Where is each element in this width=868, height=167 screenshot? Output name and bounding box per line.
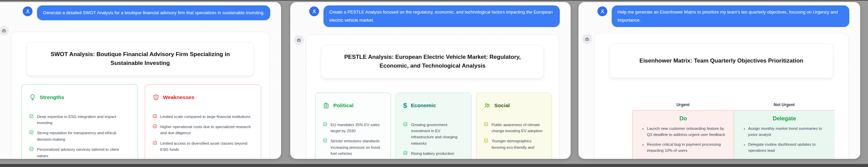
checkbox-icon xyxy=(153,124,157,128)
section-title: Political xyxy=(333,102,353,109)
list-item: Growing government investment in EV infr… xyxy=(403,122,463,147)
urgent-column-label: Urgent xyxy=(632,102,734,107)
lightbulb-icon xyxy=(29,94,36,101)
not-urgent-column-label: Not Urgent xyxy=(734,102,835,107)
assistant-avatar xyxy=(294,35,304,45)
document-title-card: PESTLE Analysis: European Electric Vehic… xyxy=(321,45,544,78)
robot-icon xyxy=(296,38,301,43)
delegate-quadrant: Delegate Assign monthly market trend sum… xyxy=(734,110,835,159)
robot-icon xyxy=(1,28,6,33)
shield-alert-icon xyxy=(153,94,159,101)
robot-icon xyxy=(585,37,590,42)
person-icon xyxy=(312,9,317,14)
list-item-text: Younger demographics favoring eco-friend… xyxy=(492,138,544,150)
quadrant-item: Launch new customer onboarding feature b… xyxy=(647,126,727,138)
user-prompt-text: Help me generate an Eisenhower Matrix to… xyxy=(617,8,844,24)
swot-document: SWOT Analysis: Boutique Financial Adviso… xyxy=(11,32,270,159)
political-card: Political EU mandates 35% EV sales targe… xyxy=(315,93,391,159)
list-item: Public awareness of climate change boost… xyxy=(484,122,544,134)
building-icon xyxy=(323,102,330,109)
user-message-row: Generate a detailed SWOT Analysis for a … xyxy=(0,2,281,20)
list-item-text: Strong reputation for transparency and e… xyxy=(37,130,130,142)
strengths-card: Strengths Deep expertise in ESG integrat… xyxy=(21,85,138,159)
quadrant-title: Delegate xyxy=(741,115,828,122)
user-message-row: Help me generate an Eisenhower Matrix to… xyxy=(578,2,860,27)
list-item-text: Deep expertise in ESG integration and im… xyxy=(37,114,130,126)
list-item-text: Limited access to diversified asset clas… xyxy=(160,140,254,153)
user-prompt-bubble: Create a PESTLE Analysis focused on the … xyxy=(323,5,560,27)
checkbox-icon xyxy=(403,151,408,155)
assistant-avatar xyxy=(0,26,9,35)
eisenhower-matrix: Urgent Not Urgent Do Launch new customer… xyxy=(607,102,835,159)
list-item: Stricter emissions standards increasing … xyxy=(323,138,383,157)
social-card: Social Public awareness of climate chang… xyxy=(476,93,552,159)
user-avatar xyxy=(597,6,607,16)
people-icon xyxy=(484,102,491,109)
list-item: Limited access to diversified asset clas… xyxy=(153,140,254,153)
person-icon xyxy=(25,9,31,14)
user-message-row: Create a PESTLE Analysis focused on the … xyxy=(290,2,571,27)
list-item-text: Stricter emissions standards increasing … xyxy=(331,138,383,157)
list-item: Deep expertise in ESG integration and im… xyxy=(29,114,130,126)
user-prompt-text: Create a PESTLE Analysis focused on the … xyxy=(329,8,554,24)
checkbox-icon xyxy=(484,122,488,126)
list-item: Younger demographics favoring eco-friend… xyxy=(484,138,544,150)
user-avatar xyxy=(23,6,33,16)
list-item: Strong reputation for transparency and e… xyxy=(29,130,130,142)
quadrant-item: Outsource customer feedback categorizati… xyxy=(748,158,828,159)
section-title: Social xyxy=(494,102,510,109)
document-title-card: SWOT Analysis: Boutique Financial Adviso… xyxy=(27,42,254,76)
dollar-icon: $ xyxy=(403,102,407,109)
list-item-text: Rising battery production xyxy=(411,150,454,157)
checkbox-icon xyxy=(29,130,34,135)
list-item-text: Personalized advisory services tailored … xyxy=(37,146,130,159)
list-item-text: Higher operational costs due to speciali… xyxy=(160,124,254,136)
list-item: Limited scale compared to large financia… xyxy=(153,114,254,120)
document-title: SWOT Analysis: Boutique Financial Adviso… xyxy=(39,50,242,68)
eisenhower-chat-panel: Help me generate an Eisenhower Matrix to… xyxy=(578,2,860,159)
do-quadrant: Do Launch new customer onboarding featur… xyxy=(632,110,734,159)
eisenhower-document: Eisenhower Matrix: Team Quarterly Object… xyxy=(594,33,849,159)
economic-card: $ Economic Growing government investment… xyxy=(395,93,471,159)
user-prompt-text: Generate a detailed SWOT Analysis for a … xyxy=(43,9,264,17)
checkbox-icon xyxy=(323,138,327,143)
list-item: Personalized advisory services tailored … xyxy=(29,146,130,159)
list-item-text: Growing government investment in EV infr… xyxy=(411,122,463,147)
checkbox-icon xyxy=(29,114,34,118)
screenshot-top-edge xyxy=(0,0,868,1)
list-item: Higher operational costs due to speciali… xyxy=(153,124,254,136)
list-item-text: Limited scale compared to large financia… xyxy=(160,114,251,120)
user-prompt-bubble: Help me generate an Eisenhower Matrix to… xyxy=(612,5,849,27)
weaknesses-card: Weaknesses Limited scale compared to lar… xyxy=(145,85,261,159)
checkbox-icon xyxy=(484,138,488,143)
screenshot-bottom-edge xyxy=(0,164,868,167)
list-item-text: Public awareness of climate change boost… xyxy=(492,122,544,134)
quadrant-item: Assign monthly market trend summaries to… xyxy=(748,126,828,138)
quadrant-item: Host emergency product review meeting wi… xyxy=(647,158,727,159)
pestle-chat-panel: Create a PESTLE Analysis focused on the … xyxy=(290,2,571,159)
quadrant-item: Delegate routine dashboard updates to op… xyxy=(748,142,828,154)
quadrant-item: Resolve critical bug in payment processi… xyxy=(647,142,727,154)
person-icon xyxy=(600,9,605,14)
section-title: Strengths xyxy=(40,94,64,100)
section-title: Weaknesses xyxy=(163,94,195,100)
swot-chat-panel: Generate a detailed SWOT Analysis for a … xyxy=(0,2,281,159)
section-title: Economic xyxy=(411,102,436,109)
document-title: Eisenhower Matrix: Team Quarterly Object… xyxy=(622,56,821,65)
checkbox-icon xyxy=(403,122,408,126)
list-item-text: EU mandates 35% EV sales target by 2030 xyxy=(331,122,383,134)
list-item: Rising battery production xyxy=(403,150,463,157)
checkbox-icon xyxy=(153,141,157,145)
checkbox-icon xyxy=(29,147,34,151)
checkbox-icon xyxy=(323,122,327,126)
document-title-card: Eisenhower Matrix: Team Quarterly Object… xyxy=(610,44,833,78)
list-item: EU mandates 35% EV sales target by 2030 xyxy=(323,122,383,134)
assistant-avatar xyxy=(582,34,592,44)
document-title: PESTLE Analysis: European Electric Vehic… xyxy=(333,53,532,71)
user-avatar xyxy=(309,6,319,16)
quadrant-title: Do xyxy=(639,115,727,122)
checkbox-icon xyxy=(153,114,157,118)
pestle-document: PESTLE Analysis: European Electric Vehic… xyxy=(306,34,559,159)
user-prompt-bubble: Generate a detailed SWOT Analysis for a … xyxy=(37,5,270,20)
